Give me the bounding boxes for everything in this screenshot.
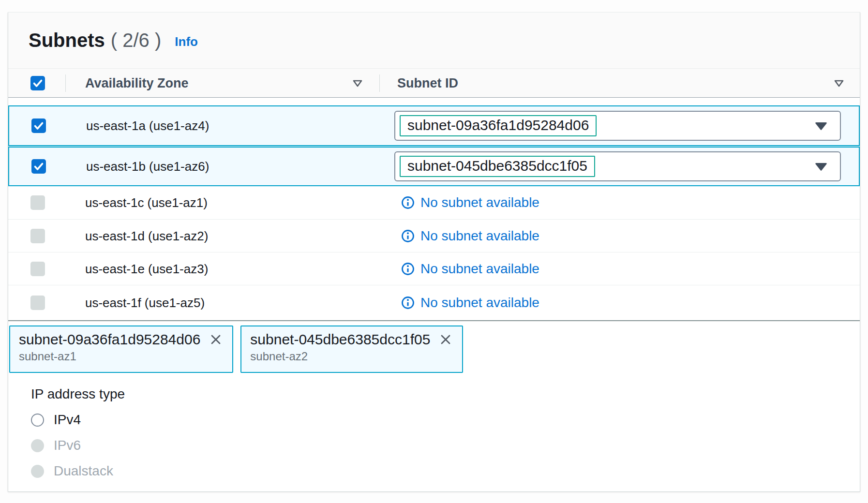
token-az-label: subnet-az2 [250,350,452,363]
check-icon [31,159,46,174]
no-subnet-link[interactable]: No subnet available [401,261,539,277]
availability-zone-label: us-east-1a (use1-az4) [86,118,209,133]
radio-option-ipv6: IPv6 [31,437,125,454]
selected-subnet-option: subnet-09a36fa1d95284d06 [400,115,597,136]
no-subnet-link[interactable]: No subnet available [401,228,539,244]
info-icon [401,196,415,209]
chevron-down-icon [814,160,828,173]
subnet-select-dropdown[interactable]: subnet-09a36fa1d95284d06 [394,111,841,141]
row-checkbox[interactable] [30,229,45,243]
select-all-checkbox[interactable] [30,76,45,90]
radio-option-ipv4: IPv4 [31,412,125,428]
availability-zone-label: us-east-1f (use1-az5) [85,296,205,311]
ipv4-radio-label: IPv4 [54,412,81,428]
row-checkbox[interactable] [30,296,45,310]
dismiss-icon[interactable] [439,333,452,346]
token-subnet-id: subnet-09a36fa1d95284d06 [19,331,200,348]
column-divider [65,74,66,92]
table-row: us-east-1b (use1-az6) subnet-045dbe6385d… [8,147,860,186]
subnet-select-dropdown[interactable]: subnet-045dbe6385dcc1f05 [394,151,841,181]
check-icon [30,76,45,90]
availability-zone-label: us-east-1c (use1-az1) [85,195,208,210]
dismiss-icon[interactable] [209,333,223,346]
info-icon [401,229,415,243]
ipv6-radio-label: IPv6 [54,438,81,453]
subnet-token: subnet-045dbe6385dcc1f05 subnet-az2 [240,325,463,373]
table-row: us-east-1e (use1-az3) No subnet availabl… [8,252,860,285]
subnets-panel: Subnets ( 2/6 ) Info Availability Zone S… [8,12,860,492]
no-subnet-text: No subnet available [420,295,539,311]
row-checkbox[interactable] [31,118,46,133]
selected-subnet-tokens: subnet-09a36fa1d95284d06 subnet-az1 subn… [9,325,463,373]
ip-address-type-label: IP address type [31,386,125,402]
subnet-token: subnet-09a36fa1d95284d06 subnet-az1 [9,325,233,373]
dualstack-radio-label: Dualstack [54,463,113,479]
availability-zone-label: us-east-1d (use1-az2) [85,228,208,243]
table-row: us-east-1f (use1-az5) No subnet availabl… [8,285,860,321]
info-icon [401,262,415,276]
no-subnet-text: No subnet available [420,195,539,210]
table-body: us-east-1a (use1-az4) subnet-09a36fa1d95… [8,102,860,321]
availability-zone-label: us-east-1b (use1-az6) [86,159,209,174]
row-checkbox[interactable] [31,159,46,174]
column-divider [379,74,380,92]
check-icon [31,118,46,133]
no-subnet-text: No subnet available [420,261,539,277]
column-header-subnet-id[interactable]: Subnet ID [397,75,458,90]
table-row: us-east-1a (use1-az4) subnet-09a36fa1d95… [8,105,860,146]
ipv6-radio [31,439,44,452]
row-checkbox[interactable] [30,195,45,210]
table-row: us-east-1d (use1-az2) No subnet availabl… [8,219,860,252]
sort-icon[interactable] [833,77,845,89]
radio-option-dualstack: Dualstack [31,463,125,479]
token-subnet-id: subnet-045dbe6385dcc1f05 [250,331,430,348]
table-row: us-east-1c (use1-az1) No subnet availabl… [8,186,860,219]
dualstack-radio [31,465,44,478]
row-checkbox[interactable] [30,262,45,276]
no-subnet-text: No subnet available [420,228,539,244]
no-subnet-link[interactable]: No subnet available [401,295,539,311]
ipv4-radio[interactable] [31,414,44,427]
panel-header: Subnets ( 2/6 ) Info [8,13,860,69]
chevron-down-icon [814,119,828,133]
page-title: Subnets [29,30,105,51]
table-header-row: Availability Zone Subnet ID [8,69,860,98]
sort-icon[interactable] [352,77,363,89]
token-az-label: subnet-az1 [19,350,223,363]
ip-address-type-section: IP address type IPv4 IPv6 Dualstack [31,386,125,479]
info-icon [401,296,415,310]
column-header-availability-zone[interactable]: Availability Zone [85,75,189,90]
no-subnet-link[interactable]: No subnet available [401,195,539,210]
selected-subnet-option: subnet-045dbe6385dcc1f05 [400,156,595,177]
spacer [8,102,860,105]
selection-count: ( 2/6 ) [111,30,161,51]
availability-zone-label: us-east-1e (use1-az3) [85,261,208,276]
info-link[interactable]: Info [175,34,198,49]
